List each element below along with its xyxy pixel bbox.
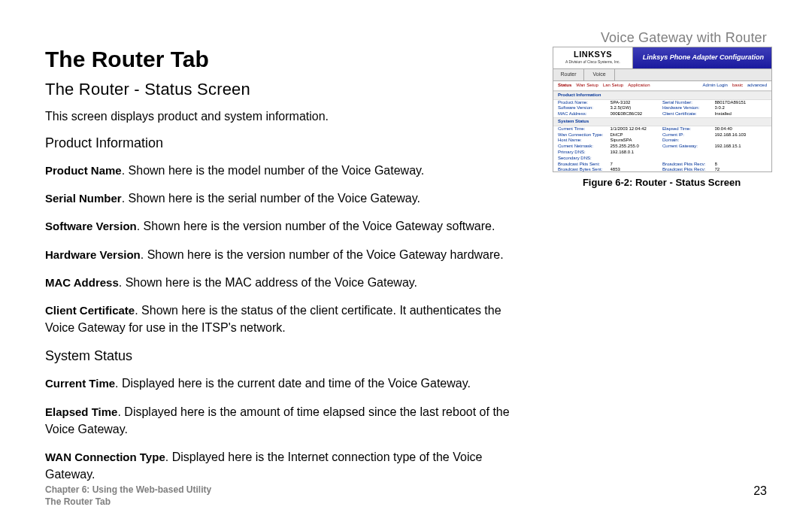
subtab-wan-setup[interactable]: Wan Setup bbox=[576, 83, 598, 89]
link-advanced[interactable]: advanced bbox=[747, 83, 767, 89]
group-product-information: Product Information bbox=[553, 91, 771, 100]
system-status-heading: System Status bbox=[45, 348, 526, 364]
banner-title: Linksys Phone Adapter Configuration bbox=[633, 47, 771, 68]
table-row: Current Time:1/1/2003 12:04:42Elapsed Ti… bbox=[553, 126, 771, 132]
link-admin-login[interactable]: Admin Login bbox=[703, 83, 728, 89]
linksys-subtitle: A Division of Cisco Systems, Inc. bbox=[553, 59, 632, 65]
field-product-name: Product Name. Shown here is the model nu… bbox=[45, 162, 526, 179]
field-software-version: Software Version. Shown here is the vers… bbox=[45, 217, 526, 235]
table-row: Current Netmask:255.255.255.0Current Gat… bbox=[553, 144, 771, 150]
table-row: Product Name:SPA-3102Serial Number:88017… bbox=[553, 100, 771, 106]
figure-caption: Figure 6-2: Router - Status Screen bbox=[553, 177, 771, 188]
subtab-lan-setup[interactable]: Lan Setup bbox=[603, 83, 623, 89]
field-client-certificate: Client Certificate. Shown here is the st… bbox=[45, 302, 526, 336]
field-elapsed-time: Elapsed Time. Displayed here is the amou… bbox=[45, 403, 526, 438]
table-row: Secondary DNS: bbox=[553, 156, 771, 162]
field-hardware-version: Hardware Version. Shown here is the vers… bbox=[45, 246, 526, 263]
footer: Chapter 6: Using the Web-based Utility T… bbox=[45, 484, 767, 507]
product-info-heading: Product Information bbox=[45, 135, 526, 151]
footer-section: The Router Tab bbox=[45, 496, 767, 507]
figure-router-status: LINKSYS A Division of Cisco Systems, Inc… bbox=[553, 47, 771, 188]
intro-paragraph: This screen displays product and system … bbox=[45, 110, 526, 123]
logo-area: LINKSYS A Division of Cisco Systems, Inc… bbox=[553, 47, 633, 68]
field-serial-number: Serial Number. Shown here is the serial … bbox=[45, 190, 526, 207]
field-wan-connection-type: WAN Connection Type. Displayed here is t… bbox=[45, 448, 526, 483]
table-row: Broadcast Bytes Sent:4853Broadcast Pkts … bbox=[553, 167, 771, 172]
table-row: MAC Address:000E08C86C92Client Certifica… bbox=[553, 111, 771, 117]
linksys-logo: LINKSYS bbox=[553, 49, 632, 59]
table-row: Host Name:SipuraSPADomain: bbox=[553, 138, 771, 144]
table-row: Primary DNS:192.168.0.1 bbox=[553, 150, 771, 156]
table-row: Software Version:3.2.5(GW)Hardware Versi… bbox=[553, 105, 771, 111]
subtab-application[interactable]: Application bbox=[628, 83, 650, 89]
subtab-status[interactable]: Status bbox=[558, 83, 571, 89]
router-screenshot: LINKSYS A Division of Cisco Systems, Inc… bbox=[553, 47, 772, 172]
field-current-time: Current Time. Displayed here is the curr… bbox=[45, 375, 526, 392]
field-mac-address: MAC Address. Shown here is the MAC addre… bbox=[45, 274, 526, 291]
link-basic[interactable]: basic bbox=[732, 83, 743, 89]
footer-chapter: Chapter 6: Using the Web-based Utility bbox=[45, 484, 211, 495]
section-subtitle: The Router - Status Screen bbox=[45, 80, 526, 99]
table-row: Broadcast Pkts Sent:7Broadcast Pkts Recv… bbox=[553, 162, 771, 168]
page-title: The Router Tab bbox=[45, 47, 526, 72]
tab-router[interactable]: Router bbox=[553, 69, 584, 80]
tab-voice[interactable]: Voice bbox=[584, 69, 615, 80]
table-row: Wan Connection Type:DHCPCurrent IP:192.1… bbox=[553, 132, 771, 138]
page-number: 23 bbox=[753, 484, 767, 498]
header-product-name: Voice Gateway with Router bbox=[601, 30, 767, 46]
group-system-status: System Status bbox=[553, 117, 771, 126]
